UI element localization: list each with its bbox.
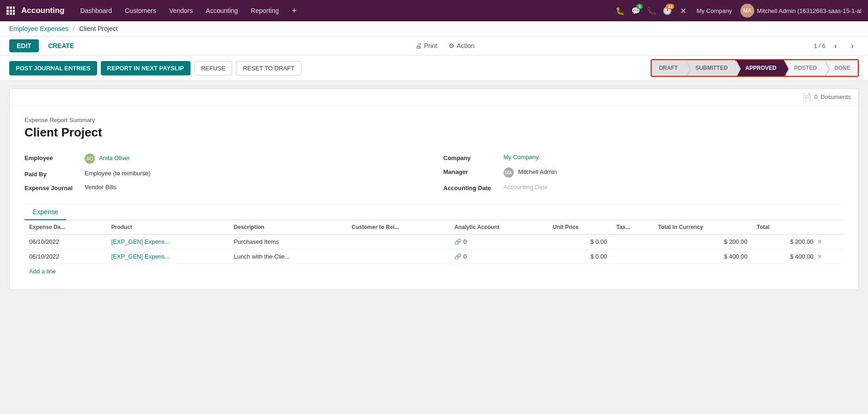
form-tabs: Expense Expense Da... Product Descriptio… bbox=[25, 204, 843, 278]
action-label: Action bbox=[457, 42, 475, 49]
form-title: Client Project bbox=[25, 125, 843, 140]
delete-row-button[interactable]: ✕ bbox=[817, 253, 822, 260]
nav-plus[interactable]: + bbox=[285, 0, 303, 21]
print-label: Print bbox=[424, 42, 437, 49]
manager-field: Manager MA Mitchell Admin bbox=[443, 165, 844, 181]
breadcrumb-separator: / bbox=[73, 25, 75, 32]
expense-table: Expense Da... Product Description Custom… bbox=[25, 220, 843, 264]
table-row[interactable]: 06/10/2022 [EXP_GEN] Expens... Purchased… bbox=[25, 235, 843, 249]
col-total-currency: Total In Currency bbox=[653, 220, 752, 235]
breadcrumb: Employee Expenses / Client Project bbox=[0, 21, 868, 37]
chat-icon-btn[interactable]: 💬5 bbox=[628, 3, 644, 19]
cell-total: $ 400.00 ✕ bbox=[752, 249, 827, 264]
svg-rect-2 bbox=[13, 6, 15, 9]
docs-count: 0 bbox=[814, 93, 818, 100]
paidby-value: Employee (to reimburse) bbox=[85, 170, 425, 177]
add-line-button[interactable]: Add a line bbox=[25, 264, 61, 278]
svg-rect-8 bbox=[13, 12, 15, 15]
cell-customer-to-rei bbox=[347, 235, 449, 249]
company-value[interactable]: My Company bbox=[504, 154, 844, 161]
cell-analytic: 🔗 0 bbox=[449, 235, 548, 249]
status-posted[interactable]: POSTED bbox=[784, 60, 824, 76]
svg-rect-7 bbox=[10, 12, 12, 15]
col-actions bbox=[827, 220, 843, 235]
svg-rect-4 bbox=[10, 10, 12, 12]
breadcrumb-parent[interactable]: Employee Expenses bbox=[9, 25, 68, 32]
chat-badge: 5 bbox=[636, 4, 643, 9]
history-badge: 33 bbox=[666, 4, 674, 9]
form-subtitle: Expense Report Summary bbox=[25, 117, 843, 124]
gear-icon: ⚙ bbox=[449, 42, 455, 49]
svg-rect-6 bbox=[6, 12, 9, 15]
cell-customer-to-rei bbox=[347, 249, 449, 264]
nav-customers[interactable]: Customers bbox=[118, 0, 163, 21]
user-name: Mitchell Admin (16312683-saas-15-1-al bbox=[757, 7, 862, 14]
doc-icon: 📄 bbox=[802, 93, 812, 101]
delete-row-button[interactable]: ✕ bbox=[817, 238, 822, 245]
edit-button[interactable]: EDIT bbox=[9, 39, 39, 52]
user-avatar: MA bbox=[740, 4, 754, 18]
cell-tax bbox=[612, 249, 653, 264]
col-description: Description bbox=[229, 220, 347, 235]
wrench-icon-btn[interactable]: ✕ bbox=[675, 3, 691, 19]
svg-rect-1 bbox=[10, 6, 12, 9]
report-in-next-payslip-button[interactable]: REPORT IN NEXT PAYSLIP bbox=[101, 61, 191, 75]
refuse-button[interactable]: REFUSE bbox=[194, 61, 233, 75]
fields-right: Company My Company Manager MA Mitchell A… bbox=[443, 151, 844, 195]
form-fields: Employee AO Anita Oliver Paid By Employe… bbox=[25, 151, 843, 195]
cell-date: 06/10/2022 bbox=[25, 249, 106, 264]
col-customer-to-rei: Customer to Rei... bbox=[347, 220, 449, 235]
create-button[interactable]: CREATE bbox=[43, 39, 80, 52]
nav-reporting[interactable]: Reporting bbox=[244, 0, 285, 21]
nav-dashboard[interactable]: Dashboard bbox=[74, 0, 119, 21]
grid-menu-icon[interactable] bbox=[4, 4, 18, 18]
status-submitted[interactable]: SUBMITTED bbox=[685, 60, 735, 76]
accounting-date-field: Accounting Date Accounting Date bbox=[443, 181, 844, 195]
print-button[interactable]: 🖨 Print bbox=[412, 40, 441, 51]
next-record-button[interactable]: › bbox=[846, 39, 859, 52]
col-analytic-account: Analytic Account bbox=[449, 220, 548, 235]
bug-icon-btn[interactable]: 🐛 bbox=[612, 3, 628, 19]
paidby-field: Paid By Employee (to reimburse) bbox=[25, 167, 425, 181]
expense-journal-field: Expense Journal Vendor Bills bbox=[25, 181, 425, 195]
pagination-info: 1 / 6 bbox=[814, 43, 825, 49]
post-journal-entries-button[interactable]: POST JOURNAL ENTRIES bbox=[9, 61, 97, 75]
col-total: Total bbox=[752, 220, 827, 235]
user-menu[interactable]: MA Mitchell Admin (16312683-saas-15-1-al bbox=[738, 4, 864, 18]
status-draft[interactable]: DRAFT bbox=[652, 60, 685, 76]
cell-total-currency: $ 400.00 bbox=[653, 249, 752, 264]
status-pipeline: DRAFT SUBMITTED APPROVED POSTED DONE bbox=[651, 59, 859, 77]
docs-label: Documents bbox=[820, 93, 851, 100]
print-icon: 🖨 bbox=[415, 42, 422, 49]
reset-to-draft-button[interactable]: RESET TO DRAFT bbox=[236, 61, 301, 75]
accounting-date-value[interactable]: Accounting Date bbox=[504, 184, 844, 191]
nav-vendors[interactable]: Vendors bbox=[163, 0, 199, 21]
cell-unit-price: $ 0.00 bbox=[548, 249, 612, 264]
phone-icon-btn[interactable]: 📞 bbox=[644, 3, 659, 19]
docs-bar: 📄 0 Documents bbox=[10, 89, 858, 105]
tab-list: Expense bbox=[25, 204, 843, 220]
svg-rect-0 bbox=[6, 6, 9, 9]
status-approved[interactable]: APPROVED bbox=[735, 60, 784, 76]
nav-accounting[interactable]: Accounting bbox=[199, 0, 244, 21]
tab-expense[interactable]: Expense bbox=[25, 204, 66, 220]
table-row[interactable]: 06/10/2022 [EXP_GEN] Expens... Lunch wit… bbox=[25, 249, 843, 264]
svg-rect-5 bbox=[13, 10, 15, 12]
company-selector[interactable]: My Company bbox=[691, 7, 738, 14]
manager-avatar: MA bbox=[504, 167, 514, 178]
action-button[interactable]: ⚙ Action bbox=[445, 40, 479, 51]
workflow-bar: POST JOURNAL ENTRIES REPORT IN NEXT PAYS… bbox=[0, 56, 868, 81]
cell-tax bbox=[612, 235, 653, 249]
fields-left: Employee AO Anita Oliver Paid By Employe… bbox=[25, 151, 425, 195]
cell-date: 06/10/2022 bbox=[25, 235, 106, 249]
history-icon-btn[interactable]: 🕐33 bbox=[659, 3, 675, 19]
employee-value[interactable]: Anita Oliver bbox=[99, 154, 130, 161]
col-unit-price: Unit Price bbox=[548, 220, 612, 235]
cell-analytic: 🔗 0 bbox=[449, 249, 548, 264]
top-nav: Accounting Dashboard Customers Vendors A… bbox=[0, 0, 868, 21]
cell-product: [EXP_GEN] Expens... bbox=[106, 235, 229, 249]
cell-description: Lunch with the Clie... bbox=[229, 249, 347, 264]
prev-record-button[interactable]: ‹ bbox=[829, 39, 842, 52]
cell-unit-price: $ 0.00 bbox=[548, 235, 612, 249]
form-card: 📄 0 Documents Expense Report Summary Cli… bbox=[9, 88, 859, 290]
